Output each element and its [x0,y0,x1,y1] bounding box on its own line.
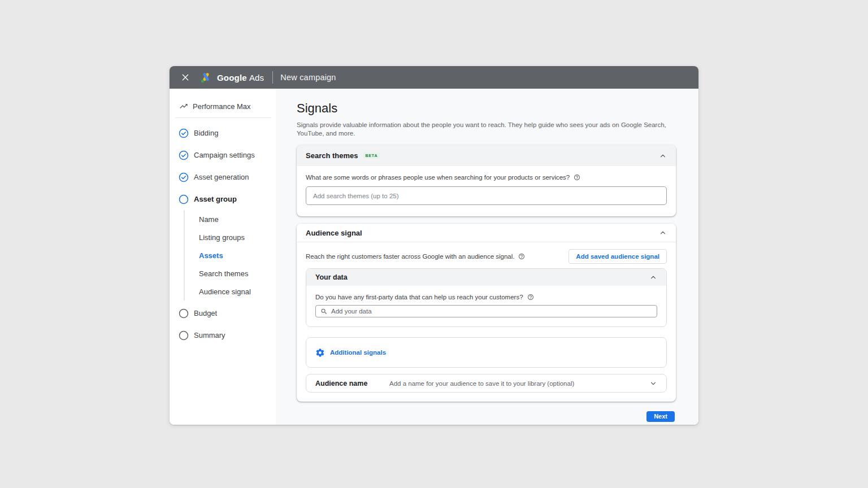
sidebar-item-label: Search themes [199,269,248,278]
sidebar-item-search-themes[interactable]: Search themes [185,264,276,282]
check-circle-icon [179,150,189,160]
next-button[interactable]: Next [646,411,675,422]
audience-signal-title: Audience signal [306,229,362,237]
your-data-question: Do you have any first-party data that ca… [315,294,523,300]
google-ads-brand: GoogleAds [200,72,264,84]
audience-name-placeholder: Add a name for your audience to save it … [389,380,574,387]
chevron-up-icon[interactable] [659,152,667,160]
page-subtitle: Signals provide valuable information abo… [297,121,676,138]
sidebar-item-label: Asset group [194,195,237,203]
page-title: New campaign [280,73,336,82]
trending-up-icon [179,102,188,111]
brand-google: Google [217,73,247,82]
your-data-input[interactable] [331,308,652,315]
search-icon [320,308,328,315]
radio-circle-icon [179,308,189,319]
sidebar-item-performance-max[interactable]: Performance Max [170,101,276,112]
audience-signal-header[interactable]: Audience signal [297,224,676,242]
sidebar-item-asset-group[interactable]: Asset group [170,188,276,210]
radio-circle-icon [179,330,189,341]
page-heading: Signals [297,101,676,116]
audience-name-label: Audience name [315,380,389,387]
help-icon[interactable] [518,253,525,260]
sidebar-item-summary[interactable]: Summary [170,324,276,346]
sidebar-item-label: Assets [199,251,223,260]
sidebar-item-asset-generation[interactable]: Asset generation [170,166,276,188]
search-themes-body: What are some words or phrases people us… [297,166,676,216]
add-saved-audience-signal-button[interactable]: Add saved audience signal [568,249,667,264]
sidebar-item-label: Name [199,215,219,224]
sidebar-item-label: Listing groups [199,233,245,242]
sidebar-item-audience-signal[interactable]: Audience signal [185,282,276,300]
your-data-card: Your data Do you have any first-party da… [306,268,667,327]
search-themes-header[interactable]: Search themes BETA [297,145,676,166]
signals-content: Signals Signals provide valuable informa… [276,89,698,425]
help-icon[interactable] [574,174,580,181]
sidebar-divider [175,117,271,118]
your-data-search-field[interactable] [315,305,657,317]
sidebar-item-name[interactable]: Name [185,210,276,228]
topbar-divider [272,71,273,84]
chevron-up-icon[interactable] [649,273,657,281]
gear-icon [315,348,325,358]
sidebar-item-label: Campaign settings [194,151,255,159]
close-button[interactable] [179,71,192,84]
radio-circle-icon [179,194,189,204]
audience-signal-body: Reach the right customers faster across … [297,242,676,402]
additional-signals-label: Additional signals [330,349,386,356]
check-circle-icon [179,172,189,182]
sidebar-item-label: Audience signal [199,287,251,296]
new-campaign-window: GoogleAds New campaign Performance Max B… [170,66,698,425]
chevron-down-icon[interactable] [649,380,657,387]
your-data-title: Your data [315,273,348,281]
audience-signal-card: Audience signal Reach the right customer… [297,224,676,402]
google-ads-logo-icon [200,72,212,84]
close-icon [181,73,190,82]
help-icon[interactable] [527,294,534,300]
brand-ads: Ads [249,73,264,82]
search-themes-input[interactable] [306,186,667,205]
search-themes-question: What are some words or phrases people us… [306,174,570,181]
sidebar-item-campaign-settings[interactable]: Campaign settings [170,144,276,166]
topbar: GoogleAds New campaign [170,66,698,89]
your-data-body: Do you have any first-party data that ca… [306,286,666,326]
additional-signals-button[interactable]: Additional signals [306,337,667,368]
sidebar-item-label: Summary [194,331,225,339]
chevron-up-icon[interactable] [659,229,667,237]
sidebar-item-label: Budget [194,309,217,317]
sidebar-item-label: Performance Max [193,102,251,111]
sidebar-item-bidding[interactable]: Bidding [170,122,276,144]
asset-group-substeps: Name Listing groups Assets Search themes… [184,210,276,300]
sidebar-item-label: Asset generation [194,173,249,181]
sidebar-item-budget[interactable]: Budget [170,302,276,324]
search-themes-title: Search themes [306,151,358,160]
sidebar-item-listing-groups[interactable]: Listing groups [185,228,276,246]
audience-name-row[interactable]: Audience name Add a name for your audien… [306,374,667,393]
check-circle-icon [179,128,189,138]
your-data-header[interactable]: Your data [306,269,666,286]
campaign-steps-sidebar: Performance Max Bidding Campaign setting… [170,89,276,425]
brand-text: GoogleAds [217,73,264,82]
audience-signal-description: Reach the right customers faster across … [306,253,514,260]
sidebar-item-label: Bidding [194,129,218,137]
sidebar-item-assets[interactable]: Assets [185,246,276,264]
search-themes-card: Search themes BETA What are some words o… [297,145,676,216]
beta-badge: BETA [363,152,380,159]
